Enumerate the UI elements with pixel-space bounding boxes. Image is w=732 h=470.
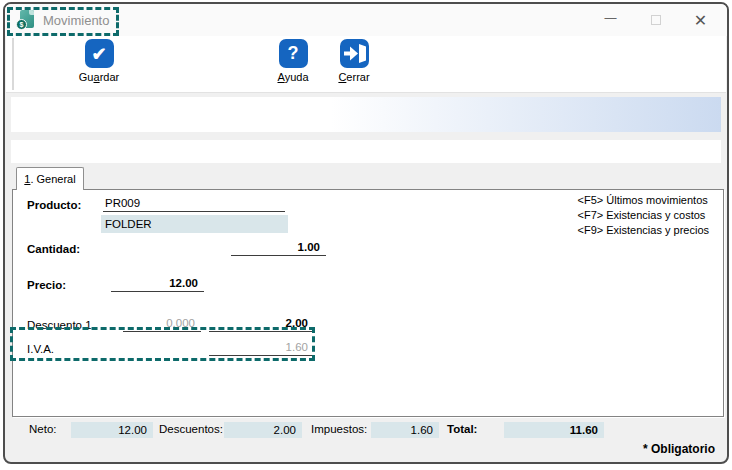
ayuda-label: Ayuda bbox=[278, 71, 309, 83]
minimize-icon: — bbox=[605, 11, 617, 25]
cantidad-field[interactable]: 1.00 bbox=[231, 240, 326, 256]
cantidad-label: Cantidad: bbox=[27, 243, 80, 255]
money-document-icon: $ bbox=[17, 10, 35, 30]
descuento1-percent-field: 0.000 bbox=[123, 316, 201, 332]
precio-field[interactable]: 12.00 bbox=[111, 276, 204, 292]
descuento1-amount-field[interactable]: 2.00 bbox=[209, 316, 314, 332]
obligatorio-note: * Obligatorio bbox=[643, 442, 715, 456]
white-band bbox=[11, 140, 721, 163]
guardar-button[interactable]: ✔ Guardar bbox=[66, 39, 132, 83]
neto-value: 12.00 bbox=[71, 422, 153, 438]
descuentos-label: Descuentos: bbox=[159, 423, 223, 435]
toolbar: ✔ Guardar ? Ayuda Cerrar bbox=[6, 36, 726, 93]
producto-code-field[interactable]: PR009 bbox=[103, 196, 285, 212]
titlebar: $ Movimiento — ✕ bbox=[5, 4, 727, 36]
gradient-band bbox=[11, 97, 721, 132]
save-check-icon: ✔ bbox=[85, 39, 114, 68]
help-question-icon: ? bbox=[279, 39, 308, 68]
producto-description-field: FOLDER bbox=[101, 215, 288, 233]
total-label: Total: bbox=[447, 423, 477, 435]
impuestos-label: Impuestos: bbox=[311, 423, 367, 435]
ayuda-button[interactable]: ? Ayuda bbox=[262, 39, 324, 83]
toolbar-edge-divider bbox=[12, 38, 14, 90]
close-icon: ✕ bbox=[694, 11, 707, 30]
maximize-button bbox=[633, 4, 678, 36]
hint-f5: <F5> Últimos movimientos bbox=[578, 193, 709, 208]
hint-f9: <F9> Existencias y precios bbox=[578, 223, 709, 238]
cerrar-label: Cerrar bbox=[338, 71, 369, 83]
impuestos-value: 1.60 bbox=[371, 422, 439, 438]
cerrar-button[interactable]: Cerrar bbox=[324, 39, 384, 83]
totals-statusbar: Neto: 12.00 Descuentos: 2.00 Impuestos: … bbox=[5, 421, 727, 439]
dollar-badge: $ bbox=[16, 19, 27, 30]
minimize-button[interactable]: — bbox=[588, 4, 633, 36]
guardar-label: Guardar bbox=[79, 71, 119, 83]
window-controls: — ✕ bbox=[588, 4, 723, 36]
movimiento-window: $ Movimiento — ✕ ✔ Guardar ? Ayuda bbox=[3, 2, 729, 464]
hint-f7: <F7> Existencias y costos bbox=[578, 208, 709, 223]
producto-label: Producto: bbox=[27, 199, 81, 211]
descuentos-value: 2.00 bbox=[224, 422, 302, 438]
iva-label: I.V.A. bbox=[27, 343, 54, 355]
exit-door-icon bbox=[340, 39, 369, 68]
iva-field: 1.60 bbox=[209, 340, 314, 356]
close-button[interactable]: ✕ bbox=[678, 4, 723, 36]
general-panel: Producto: PR009 FOLDER <F5> Últimos movi… bbox=[12, 189, 724, 417]
precio-label: Precio: bbox=[27, 279, 66, 291]
function-key-hints: <F5> Últimos movimientos <F7> Existencia… bbox=[578, 193, 709, 238]
total-value: 11.60 bbox=[504, 422, 604, 438]
descuento1-label: Descuento 1 bbox=[27, 319, 92, 331]
window-title: Movimiento bbox=[43, 13, 109, 28]
tab-general-label: 1. General bbox=[24, 173, 75, 185]
neto-label: Neto: bbox=[29, 423, 57, 435]
tab-general[interactable]: 1. General bbox=[16, 167, 84, 190]
maximize-icon bbox=[651, 15, 661, 25]
